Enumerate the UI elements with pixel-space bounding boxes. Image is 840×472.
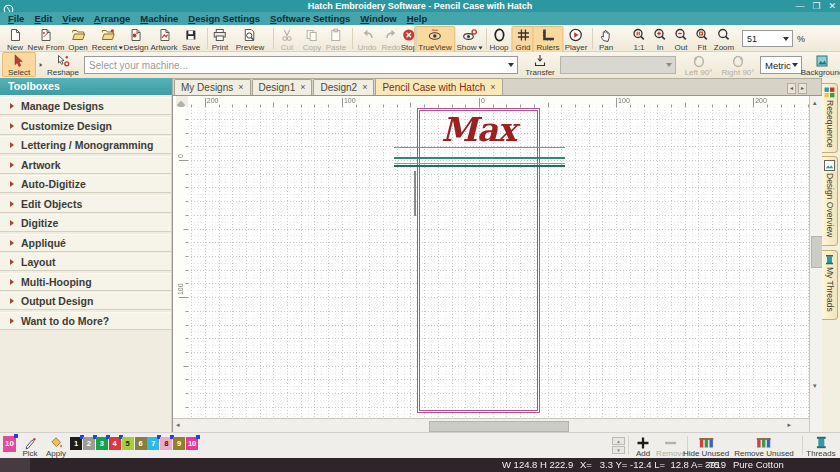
hide-unused-button[interactable]: Hide Unused [683,436,729,458]
scroll-up-arrow[interactable]: ▴ [813,97,817,109]
remove-color-button[interactable]: Remove [656,436,686,458]
document-tab-design1[interactable]: Design1× [252,79,313,95]
toolbox-item-manage-designs[interactable]: Manage Designs [0,97,171,115]
toolbar-button-print[interactable]: Print [208,26,232,54]
palette-stepper-down[interactable]: ▾ [612,446,625,454]
menu-file[interactable]: File [3,12,29,25]
menu-arrange[interactable]: Arrange [89,12,135,25]
toolbar-button-trueview[interactable]: TrueView [414,26,455,54]
rotate-right-90-button[interactable]: Right 90° [719,52,757,77]
minimize-button[interactable]: — [795,0,804,12]
document-tab-pencil-case-with-hatch[interactable]: Pencil Case with Hatch× [375,78,502,95]
tab-scroll-right[interactable]: ▸ [798,83,807,94]
toolbox-item-appliqu[interactable]: Appliqué [0,234,171,252]
toolbar-button-preview[interactable]: Preview [232,26,268,54]
maximize-button[interactable]: ❐ [812,0,820,12]
panel-tab-design-overview[interactable]: Design Overview [822,156,838,246]
design-canvas[interactable]: Max [188,107,810,418]
panel-tab-my-threads[interactable]: My Threads [822,250,838,320]
toolbar-button-cut[interactable]: Cut [276,26,298,54]
stitch-line-vertical[interactable] [414,171,416,216]
document-tab-my-designs[interactable]: My Designs× [174,79,251,95]
color-swatch-6[interactable]: 6 [135,437,147,450]
toolbar-button-grid[interactable]: Grid [511,26,534,54]
menu-window[interactable]: Window [355,12,401,25]
machine-select-combobox[interactable]: Select your machine... [84,56,518,74]
background-button[interactable]: Background [804,52,840,77]
toolbar-button-pan[interactable]: Pan [595,26,617,54]
zoom-level-combobox[interactable]: 51 [742,30,793,47]
stitch-line-teal-1[interactable] [394,157,565,159]
toolbar-button-show[interactable]: Show [452,26,487,54]
scroll-right-arrow[interactable]: ▸ [787,419,791,431]
pick-color-button[interactable]: Pick [22,436,37,458]
menu-software-settings[interactable]: Software Settings [265,12,355,25]
units-combobox[interactable]: Metric [760,56,802,74]
toolbar-button-player[interactable]: Player [561,26,592,54]
close-button[interactable]: ✕ [828,0,836,12]
toolbar-button-hoop[interactable]: Hoop [485,26,512,54]
toolbox-item-customize-design[interactable]: Customize Design [0,117,171,135]
menu-view[interactable]: View [57,12,88,25]
vertical-scrollbar[interactable]: ▴ ▾ [809,96,823,432]
color-swatch-1[interactable]: 1 [70,437,82,450]
horizontal-scrollbar[interactable]: ◂ ▸ [173,418,809,432]
toolboxes-list: Manage DesignsCustomize DesignLettering … [0,95,172,432]
transfer-button[interactable]: Transfer [522,52,558,77]
toolbar-button-save[interactable]: Save [178,26,204,54]
toolbar-button-zoom[interactable]: Zoom [710,26,738,54]
menu-machine[interactable]: Machine [135,12,183,25]
scroll-down-arrow[interactable]: ▾ [813,380,817,392]
panel-tab-resequence[interactable]: Resequence [822,83,838,153]
tab-scroll-left[interactable]: ◂ [787,83,796,94]
stitch-line-teal-2[interactable] [394,165,565,167]
toolbar-button-1-1[interactable]: 1:1 [628,26,650,54]
toolbox-item-digitize[interactable]: Digitize [0,214,171,232]
toolbox-item-multi-hooping[interactable]: Multi-Hooping [0,273,171,291]
pencil-case-outline[interactable] [417,108,540,413]
toolbox-item-artwork[interactable]: Artwork [0,156,171,174]
scroll-left-arrow[interactable]: ◂ [176,419,180,431]
rotate-left-90-button[interactable]: Left 90° [680,52,717,77]
tab-close-icon[interactable]: × [238,80,243,95]
toolbox-item-layout[interactable]: Layout [0,253,171,271]
tab-close-icon[interactable]: × [362,80,367,95]
select-tool-button[interactable]: Select [2,52,36,77]
toolbar-button-new-from[interactable]: New From [24,26,69,54]
toolbox-item-edit-objects[interactable]: Edit Objects [0,195,171,213]
horizontal-scroll-thumb[interactable] [429,421,569,432]
tab-close-icon[interactable]: × [490,80,495,95]
toolbar-button-paste[interactable]: Paste [322,26,350,54]
toolbox-item-output-design[interactable]: Output Design [0,292,171,310]
menu-help[interactable]: Help [402,12,433,25]
color-swatch-5[interactable]: 5 [122,437,134,450]
toolbox-item-auto-digitize[interactable]: Auto-Digitize [0,175,171,193]
lettering-max[interactable]: Max [417,110,540,149]
toolbar-button-out[interactable]: Out [670,26,692,54]
color-swatch-9[interactable]: 9 [173,437,185,450]
apply-color-button[interactable]: Apply [46,436,66,458]
toolbox-item-lettering-monogramming[interactable]: Lettering / Monogramming [0,136,171,154]
toolbox-item-want-to-do-more[interactable]: Want to do More? [0,312,171,330]
document-tab-design2[interactable]: Design2× [313,79,374,95]
remove-unused-button[interactable]: Remove Unused [734,436,794,458]
stitch-line-gray-1[interactable] [394,147,565,149]
palette-stepper-up[interactable]: ▴ [612,437,625,445]
color-swatch-7[interactable]: 7 [147,437,159,450]
menu-design-settings[interactable]: Design Settings [183,12,265,25]
reshape-tool-button[interactable]: Reshape [45,52,81,77]
stitch-line-gray-2[interactable] [394,163,565,165]
tab-close-icon[interactable]: × [300,80,305,95]
toolbar-button-rulers[interactable]: Rulers [532,26,563,54]
color-swatch-3[interactable]: 3 [96,437,108,450]
color-swatch-10[interactable]: 10 [186,437,198,450]
add-color-button[interactable]: Add [636,436,651,458]
toolbar-button-artwork[interactable]: Artwork [146,26,181,54]
color-swatch-4[interactable]: 4 [109,437,121,450]
menu-edit[interactable]: Edit [29,12,57,25]
color-swatch-2[interactable]: 2 [83,437,95,450]
expand-arrow-icon [10,142,14,148]
color-swatch-8[interactable]: 8 [160,437,172,450]
threads-button[interactable]: Threads [806,436,835,458]
toolbar-button-in[interactable]: In [649,26,671,54]
